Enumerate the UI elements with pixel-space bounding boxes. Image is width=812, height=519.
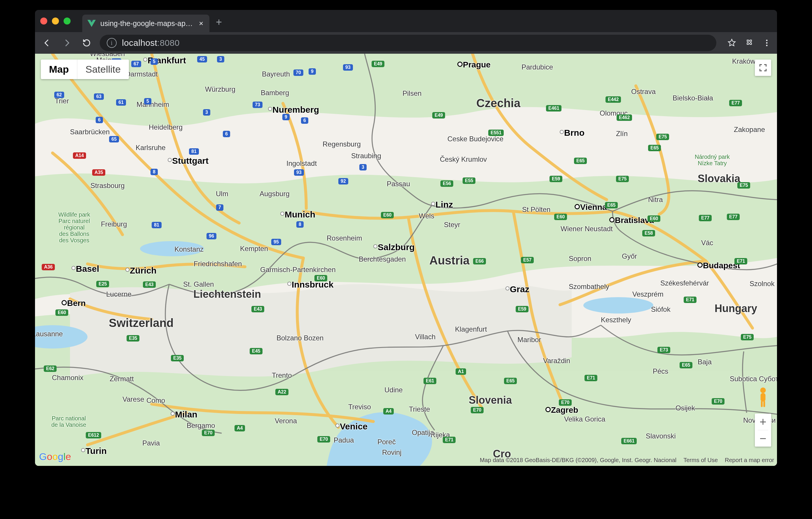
new-tab-button[interactable]: + xyxy=(216,17,222,27)
map-type-map[interactable]: Map xyxy=(41,59,77,79)
svg-point-0 xyxy=(766,40,768,41)
vue-favicon-icon xyxy=(87,19,96,27)
url-port: :8080 xyxy=(157,38,180,48)
extensions-icon[interactable] xyxy=(744,38,754,48)
close-window-button[interactable] xyxy=(40,18,47,25)
map-type-control: Map Satellite xyxy=(41,59,129,79)
map-canvas[interactable] xyxy=(35,54,777,466)
minimize-window-button[interactable] xyxy=(52,18,59,25)
svg-point-4 xyxy=(583,297,653,313)
pegman-icon[interactable] xyxy=(755,384,771,408)
report-error-link[interactable]: Report a map error xyxy=(725,457,774,464)
close-tab-icon[interactable]: × xyxy=(199,20,203,27)
address-bar[interactable]: i localhost:8080 xyxy=(100,35,716,51)
browser-toolbar: i localhost:8080 xyxy=(35,32,777,54)
window-controls xyxy=(40,18,70,25)
svg-point-2 xyxy=(766,45,768,46)
site-info-icon[interactable]: i xyxy=(107,38,117,48)
svg-point-7 xyxy=(760,387,765,393)
maximize-window-button[interactable] xyxy=(64,18,70,25)
map-attribution: Map data ©2018 GeoBasis-DE/BKG (©2009), … xyxy=(480,457,774,464)
fullscreen-button[interactable] xyxy=(755,59,771,76)
map-type-satellite[interactable]: Satellite xyxy=(77,59,129,79)
reload-button[interactable] xyxy=(80,36,93,50)
back-button[interactable] xyxy=(40,36,54,50)
browser-tab[interactable]: using-the-google-maps-api-w × xyxy=(82,15,209,32)
svg-rect-9 xyxy=(761,401,763,407)
browser-window: using-the-google-maps-api-w × + i localh… xyxy=(35,10,777,466)
map-right-controls: + − xyxy=(755,384,771,446)
zoom-out-button[interactable]: − xyxy=(755,430,771,446)
zoom-in-button[interactable]: + xyxy=(755,414,771,430)
svg-point-6 xyxy=(140,241,204,256)
map-viewport[interactable]: CzechiaAustriaSwitzerlandSlovakiaHungary… xyxy=(35,54,777,466)
svg-point-1 xyxy=(766,42,768,44)
titlebar: using-the-google-maps-api-w × + xyxy=(35,10,777,32)
tab-title: using-the-google-maps-api-w xyxy=(100,19,194,28)
bookmark-star-icon[interactable] xyxy=(727,38,737,48)
toolbar-right xyxy=(727,38,772,48)
zoom-control: + − xyxy=(755,414,771,446)
terms-of-use-link[interactable]: Terms of Use xyxy=(684,457,718,464)
svg-rect-10 xyxy=(763,401,765,407)
menu-kebab-icon[interactable] xyxy=(762,38,772,48)
url-host: localhost xyxy=(122,38,157,48)
forward-button[interactable] xyxy=(60,36,74,50)
svg-rect-8 xyxy=(761,393,765,402)
google-logo[interactable]: Google xyxy=(39,451,71,462)
attribution-data: Map data ©2018 GeoBasis-DE/BKG (©2009), … xyxy=(480,457,676,464)
